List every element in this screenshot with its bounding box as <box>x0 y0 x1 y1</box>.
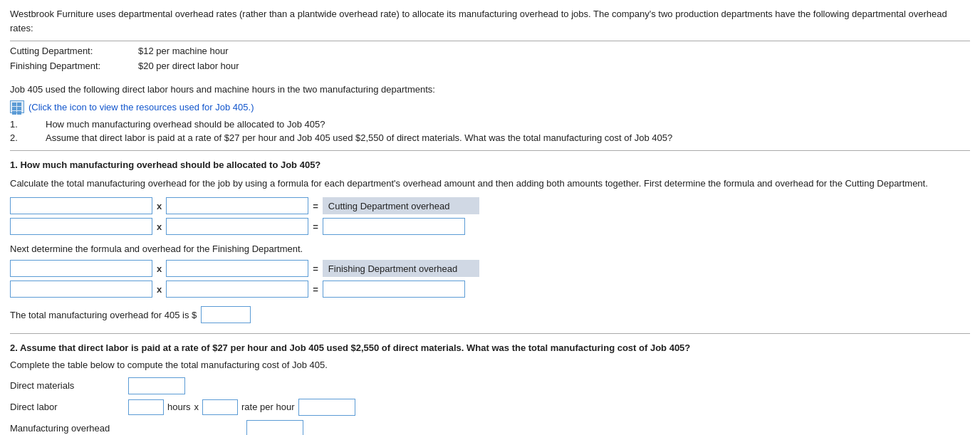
intro-text: Westbrook Furniture uses departmental ov… <box>10 7 970 35</box>
question-2-row: 2. Assume that direct labor is paid at a… <box>10 132 970 143</box>
finishing-input3[interactable] <box>10 281 152 298</box>
finishing-equals1: = <box>313 263 318 274</box>
manufacturing-overhead-row: Manufacturing overhead <box>10 420 970 435</box>
finishing-formula-block: x = Finishing Department overhead x = <box>10 260 970 298</box>
cutting-dept-label: Cutting Department: <box>10 44 124 59</box>
grid-icon[interactable] <box>10 100 24 113</box>
finishing-dept-overhead-label: Finishing Department overhead <box>323 260 479 277</box>
finishing-formula-row1: x = Finishing Department overhead <box>10 260 970 277</box>
direct-materials-input[interactable] <box>128 377 185 394</box>
total-overhead-input[interactable] <box>201 306 251 323</box>
dl-hours-label: hours <box>167 402 191 412</box>
finishing-result[interactable] <box>323 281 465 298</box>
cutting-result[interactable] <box>323 218 465 235</box>
finishing-formula-row2: x = <box>10 281 970 298</box>
section-divider <box>10 150 970 151</box>
direct-labor-label: Direct labor <box>10 402 124 412</box>
q1-text: How much manufacturing overhead should b… <box>46 119 325 130</box>
finishing-input2[interactable] <box>166 260 308 277</box>
q1-num: 1. <box>10 119 31 130</box>
cutting-formula-row2: x = <box>10 218 970 235</box>
cost-table: Direct materials Direct labor hours x ra… <box>10 377 970 435</box>
section1-desc: Calculate the total manufacturing overhe… <box>10 177 970 191</box>
dl-x-symbol: x <box>194 402 199 412</box>
direct-labor-details: hours x rate per hour <box>128 399 294 415</box>
direct-labor-row: Direct labor hours x rate per hour <box>10 399 970 416</box>
finishing-input1[interactable] <box>10 260 152 277</box>
finishing-equals2: = <box>313 284 318 295</box>
cutting-formula-block: x = Cutting Department overhead x = <box>10 197 970 235</box>
cutting-equals1: = <box>313 201 318 211</box>
click-icon-row: (Click the icon to view the resources us… <box>10 100 970 113</box>
direct-materials-row: Direct materials <box>10 377 970 394</box>
cutting-input3[interactable] <box>10 218 152 235</box>
cutting-input1[interactable] <box>10 197 152 214</box>
table-desc: Complete the table below to compute the … <box>10 360 970 370</box>
cutting-formula-row1: x = Cutting Department overhead <box>10 197 970 214</box>
job-info-text: Job 405 used the following direct labor … <box>10 83 970 97</box>
dl-rate-label: rate per hour <box>241 402 294 412</box>
section2-divider <box>10 333 970 334</box>
total-overhead-text: The total manufacturing overhead for 405… <box>10 310 197 320</box>
dl-hours-input[interactable] <box>128 399 164 415</box>
cutting-input2[interactable] <box>166 197 308 214</box>
questions-block: 1. How much manufacturing overhead shoul… <box>10 119 970 143</box>
cutting-multiply1: x <box>157 201 162 211</box>
cutting-input4[interactable] <box>166 218 308 235</box>
click-link[interactable]: (Click the icon to view the resources us… <box>28 102 254 112</box>
finishing-sub-title: Next determine the formula and overhead … <box>10 243 970 254</box>
direct-labor-input[interactable] <box>298 399 355 416</box>
finishing-multiply2: x <box>157 284 162 295</box>
section2-title: 2. Assume that direct labor is paid at a… <box>10 341 970 355</box>
q2-text: Assume that direct labor is paid at a ra… <box>46 132 672 143</box>
department-rates-table: Cutting Department: $12 per machine hour… <box>10 41 970 77</box>
manufacturing-overhead-input[interactable] <box>246 420 303 435</box>
finishing-dept-label: Finishing Department: <box>10 59 124 74</box>
dl-rate-input[interactable] <box>202 399 238 415</box>
manufacturing-overhead-label: Manufacturing overhead <box>10 423 124 434</box>
question-1-row: 1. How much manufacturing overhead shoul… <box>10 119 970 130</box>
cutting-dept-overhead-label: Cutting Department overhead <box>323 197 479 214</box>
finishing-dept-rate: $20 per direct labor hour <box>138 59 239 74</box>
cutting-equals2: = <box>313 221 318 232</box>
cutting-multiply2: x <box>157 221 162 232</box>
direct-materials-label: Direct materials <box>10 380 124 391</box>
total-overhead-row: The total manufacturing overhead for 405… <box>10 306 970 323</box>
finishing-input4[interactable] <box>166 281 308 298</box>
cutting-dept-rate: $12 per machine hour <box>138 44 228 59</box>
q2-num: 2. <box>10 132 31 143</box>
section1-title: 1. How much manufacturing overhead shoul… <box>10 158 970 172</box>
finishing-multiply1: x <box>157 263 162 274</box>
